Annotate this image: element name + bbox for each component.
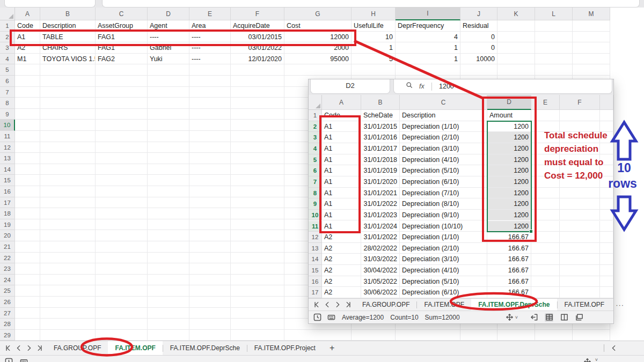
cell-D22[interactable] xyxy=(148,253,189,264)
cell-C2[interactable]: FAG1 xyxy=(96,32,148,43)
row-header-10[interactable]: 10 xyxy=(0,120,15,131)
cell-D18[interactable] xyxy=(148,208,189,219)
cell-C10[interactable]: Depreciation (9/10) xyxy=(400,210,487,221)
cell-8[interactable] xyxy=(600,188,613,199)
cell-C7[interactable] xyxy=(96,87,148,98)
cell-D29[interactable] xyxy=(148,330,189,341)
row-header-15[interactable]: 15 xyxy=(309,265,322,276)
cell-L29[interactable] xyxy=(535,330,573,341)
cell-F1[interactable] xyxy=(560,110,600,121)
cell-A9[interactable]: A1 xyxy=(322,198,361,210)
cell-3[interactable] xyxy=(600,132,613,143)
cell-A3[interactable]: A1 xyxy=(322,132,361,143)
cell-9[interactable] xyxy=(600,198,613,210)
cell-B11[interactable] xyxy=(40,131,96,142)
cell-E19[interactable] xyxy=(189,219,231,231)
column-header-K[interactable]: K xyxy=(497,8,535,20)
clock-icon[interactable] xyxy=(4,357,13,362)
cell-B1[interactable]: ScheDate xyxy=(361,110,400,121)
row-header-13[interactable]: 13 xyxy=(309,243,322,254)
cell-E17[interactable] xyxy=(189,197,231,209)
cell-B8[interactable] xyxy=(40,98,96,109)
cell-I4[interactable]: 1 xyxy=(396,54,460,65)
tab-nav-prev-icon[interactable] xyxy=(323,300,332,309)
cell-J4[interactable]: 10000 xyxy=(460,54,497,65)
cell-L4[interactable] xyxy=(535,54,573,65)
cell-B9[interactable]: 31/01/2022 xyxy=(361,198,400,210)
row-header-17[interactable]: 17 xyxy=(309,287,322,298)
cell-E8[interactable] xyxy=(531,188,560,199)
cell-D16[interactable]: 166.67 xyxy=(487,276,531,287)
cell-A23[interactable] xyxy=(15,263,40,275)
cell-B25[interactable] xyxy=(40,285,96,297)
cell-B19[interactable] xyxy=(40,219,96,231)
cell-C23[interactable] xyxy=(96,263,148,275)
cell-G4[interactable]: 95000 xyxy=(284,54,352,65)
cell-A13[interactable]: A2 xyxy=(322,243,361,254)
cell-C15[interactable]: Depreciation (4/10) xyxy=(400,265,487,276)
cell-D11[interactable] xyxy=(148,131,189,142)
inner-formula-bar[interactable]: fx 1200 xyxy=(393,79,612,94)
cell-C9[interactable]: Depreciation (8/10) xyxy=(400,198,487,210)
cell-B16[interactable] xyxy=(40,186,96,197)
cell-B9[interactable] xyxy=(40,109,96,120)
cell-10[interactable] xyxy=(600,210,613,221)
cell-15[interactable] xyxy=(600,265,613,276)
cell-D17[interactable] xyxy=(148,197,189,209)
cell-F28[interactable] xyxy=(231,319,284,330)
cell-E18[interactable] xyxy=(189,208,231,219)
column-header-H[interactable]: H xyxy=(352,8,396,20)
cell-A5[interactable]: A1 xyxy=(322,154,361,166)
row-header-25[interactable]: 25 xyxy=(0,285,15,297)
cell-M29[interactable] xyxy=(573,330,610,341)
row-header-4[interactable]: 4 xyxy=(309,143,322,154)
cell-E4[interactable]: ---- xyxy=(189,54,231,65)
column-header-L[interactable]: L xyxy=(535,8,573,20)
cell-L2[interactable] xyxy=(535,32,573,43)
cell-D14[interactable]: 166.67 xyxy=(487,254,531,265)
cell-E15[interactable] xyxy=(189,175,231,186)
cell-D8[interactable]: 1200 xyxy=(487,188,531,199)
cell-C13[interactable]: Depreciation (2/10) xyxy=(400,243,487,254)
cell-B10[interactable]: 31/01/2023 xyxy=(361,210,400,221)
cell-C3[interactable]: FAG1 xyxy=(96,42,148,54)
row-header-12[interactable]: 12 xyxy=(0,142,15,153)
cell-D3[interactable]: 1200 xyxy=(487,132,531,143)
column-header-J[interactable]: J xyxy=(460,8,497,20)
cell-D15[interactable] xyxy=(148,175,189,186)
cell-F15[interactable] xyxy=(231,175,284,186)
cell-A17[interactable] xyxy=(15,197,40,209)
cell-E25[interactable] xyxy=(189,285,231,297)
cell-A10[interactable]: A1 xyxy=(322,210,361,221)
cell-J3[interactable]: 0 xyxy=(460,42,497,54)
cell-A4[interactable]: A1 xyxy=(322,143,361,154)
cell-F21[interactable] xyxy=(231,241,284,253)
cell-A7[interactable]: A1 xyxy=(322,176,361,188)
tab-nav-last-icon[interactable] xyxy=(35,344,43,352)
cell-C10[interactable] xyxy=(96,120,148,131)
cell-B14[interactable]: 31/03/2022 xyxy=(361,254,400,265)
row-header-11[interactable]: 11 xyxy=(309,221,322,232)
cell-E29[interactable] xyxy=(189,330,231,341)
cell-F29[interactable] xyxy=(231,330,284,341)
cell-H1[interactable]: UsefulLife xyxy=(352,20,396,32)
cell-F5[interactable] xyxy=(560,154,600,166)
cell-D9[interactable] xyxy=(148,109,189,120)
cell-C24[interactable] xyxy=(96,275,148,286)
row-header-27[interactable]: 27 xyxy=(0,308,15,319)
cell-C14[interactable] xyxy=(96,164,148,175)
cell-F19[interactable] xyxy=(231,219,284,231)
cell-H2[interactable]: 10 xyxy=(352,32,396,43)
select-all-corner[interactable] xyxy=(309,95,322,110)
cell-F2[interactable]: 03/01/2015 xyxy=(231,32,284,43)
row-header-5[interactable]: 5 xyxy=(0,64,15,76)
cell-D9[interactable]: 1200 xyxy=(487,198,531,210)
sheet-tab-FA.ITEM.OPF[interactable]: FA.ITEM.OPF xyxy=(108,341,162,355)
cell-B18[interactable] xyxy=(40,208,96,219)
cell-E5[interactable] xyxy=(189,64,231,76)
cell-F12[interactable] xyxy=(560,232,600,243)
cell-A11[interactable] xyxy=(15,131,40,142)
cell-D13[interactable] xyxy=(148,153,189,164)
column-header-M[interactable]: M xyxy=(573,8,610,20)
cell-I2[interactable]: 4 xyxy=(396,32,460,43)
